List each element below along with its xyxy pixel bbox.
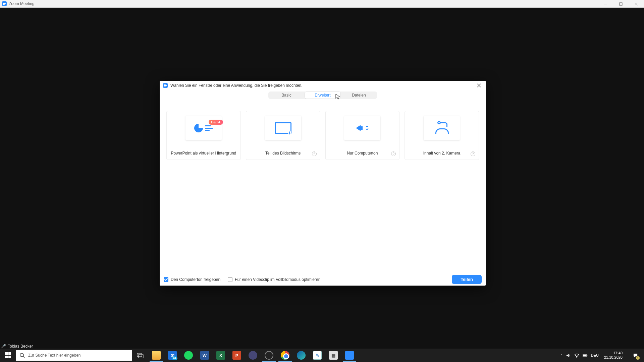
card-label: PowerPoint als virtueller Hintergrund <box>167 151 240 156</box>
battery-icon[interactable] <box>583 353 588 358</box>
beta-badge: BETA <box>209 120 223 125</box>
taskbar-app-file-explorer[interactable] <box>148 349 164 362</box>
clock-time: 17:40 <box>604 351 623 355</box>
teams-icon <box>249 351 257 360</box>
tab-files[interactable]: Dateien <box>341 92 377 99</box>
word-icon: W <box>200 351 209 360</box>
card-label: Inhalt von 2. Kamera <box>405 151 479 156</box>
taskbar-app-mail[interactable]: ✉69 <box>164 349 180 362</box>
taskbar-app-powerpoint[interactable]: P <box>229 349 245 362</box>
app-titlebar: Zoom Meeting <box>0 0 644 8</box>
dialog-footer: Den Computerton freigeben Für einen Vide… <box>160 273 486 286</box>
svg-rect-6 <box>137 353 142 357</box>
speaker-icon <box>356 125 369 131</box>
search-placeholder: Zur Suche Text hier eingeben <box>28 353 81 358</box>
svg-rect-0 <box>620 3 622 5</box>
taskbar-app-zoom[interactable] <box>341 349 358 362</box>
card-label: Teil des Bildschirms <box>246 151 320 156</box>
zoom-icon <box>2 1 7 6</box>
tab-basic[interactable]: Basic <box>268 92 305 99</box>
tab-advanced[interactable]: Erweitert <box>305 92 341 99</box>
window-close-button[interactable] <box>629 0 644 8</box>
card-powerpoint-virtual-bg[interactable]: BETA PowerPoint als virtueller Hintergru… <box>166 111 241 160</box>
share-option-cards: BETA PowerPoint als virtueller Hintergru… <box>160 99 486 160</box>
taskbar-app-word[interactable]: W <box>197 349 213 362</box>
card-thumb: BETA <box>185 116 222 140</box>
start-button[interactable] <box>0 349 16 362</box>
zoom-icon <box>163 83 168 88</box>
card-second-camera[interactable]: Inhalt von 2. Kamera ? <box>405 111 479 160</box>
svg-point-5 <box>20 353 23 357</box>
meeting-stage: 🎤 Tobias Becker Wählen Sie ein Fenster o… <box>0 8 644 349</box>
checkbox-icon <box>164 277 168 282</box>
document-camera-icon <box>433 122 450 134</box>
svg-rect-10 <box>587 355 587 356</box>
zoom-icon <box>345 351 354 360</box>
search-icon <box>19 353 25 358</box>
taskbar-app-spotify[interactable] <box>180 349 197 362</box>
task-view-button[interactable] <box>132 349 148 362</box>
dialog-title: Wählen Sie ein Fenster oder eine Anwendu… <box>170 83 303 88</box>
app-title: Zoom Meeting <box>9 1 35 6</box>
card-screen-portion[interactable]: Teil des Bildschirms ? <box>246 111 320 160</box>
taskbar-app-obs[interactable] <box>261 349 277 362</box>
action-center-button[interactable]: 1 <box>628 349 643 362</box>
mic-muted-icon: 🎤 <box>1 344 6 349</box>
checkbox-share-computer-sound[interactable]: Den Computerton freigeben <box>164 277 220 282</box>
svg-point-8 <box>576 357 577 358</box>
volume-icon[interactable] <box>566 353 571 358</box>
notepad-icon: ✎ <box>313 351 322 360</box>
svg-rect-2 <box>8 352 11 355</box>
help-icon[interactable]: ? <box>471 152 475 156</box>
screen-portion-icon <box>275 122 291 134</box>
taskbar-pinned-apps: ✉69 W X P ✎ ▦ <box>148 349 358 362</box>
window-minimize-button[interactable] <box>598 0 613 8</box>
taskbar-app-calculator[interactable]: ▦ <box>325 349 341 362</box>
taskbar-app-notepad[interactable]: ✎ <box>309 349 325 362</box>
taskbar-app-excel[interactable]: X <box>213 349 229 362</box>
card-thumb <box>424 116 460 140</box>
card-thumb <box>265 116 301 140</box>
clock-date: 21.10.2020 <box>604 355 623 360</box>
powerpoint-slide-icon: BETA <box>194 124 213 132</box>
share-button[interactable]: Teilen <box>452 275 482 284</box>
excel-icon: X <box>216 351 225 360</box>
mail-icon: ✉69 <box>168 351 177 360</box>
calculator-icon: ▦ <box>329 351 338 360</box>
dialog-tabs: Basic Erweitert Dateien <box>160 92 486 99</box>
language-indicator[interactable]: DEU <box>591 353 599 357</box>
dialog-header: Wählen Sie ein Fenster oder eine Anwendu… <box>160 81 486 90</box>
dialog-close-button[interactable] <box>476 82 482 89</box>
svg-rect-7 <box>139 355 143 358</box>
svg-rect-11 <box>583 355 586 356</box>
svg-rect-1 <box>5 352 8 355</box>
checkbox-label: Den Computerton freigeben <box>171 277 220 282</box>
notification-badge: 1 <box>636 356 640 360</box>
window-maximize-button[interactable] <box>613 0 629 8</box>
taskbar-search-input[interactable]: Zur Suche Text hier eingeben <box>16 350 132 361</box>
obs-icon <box>265 351 273 360</box>
system-tray: ˄ DEU 17:40 21.10.2020 1 <box>559 349 644 362</box>
edge-icon <box>297 351 306 360</box>
taskbar-app-teams[interactable] <box>245 349 261 362</box>
tray-overflow-button[interactable]: ˄ <box>561 354 562 357</box>
svg-rect-3 <box>5 356 8 358</box>
checkbox-icon <box>228 277 232 282</box>
windows-taskbar: Zur Suche Text hier eingeben ✉69 W X P ✎… <box>0 349 644 362</box>
share-screen-dialog: Wählen Sie ein Fenster oder eine Anwendu… <box>160 81 486 286</box>
card-label: Nur Computerton <box>326 151 399 156</box>
card-thumb <box>344 116 380 140</box>
wifi-icon[interactable] <box>574 353 579 358</box>
chrome-icon <box>281 351 289 360</box>
participant-name: Tobias Becker <box>8 344 33 349</box>
powerpoint-icon: P <box>232 351 241 360</box>
taskbar-app-chrome[interactable] <box>277 349 293 362</box>
card-computer-sound[interactable]: Nur Computerton ? <box>325 111 400 160</box>
file-explorer-icon <box>152 351 161 360</box>
checkbox-label: Für einen Videoclip im Vollbildmodus opt… <box>235 277 320 282</box>
taskbar-clock[interactable]: 17:40 21.10.2020 <box>602 351 625 360</box>
taskbar-app-edge[interactable] <box>293 349 309 362</box>
help-icon[interactable]: ? <box>312 152 317 156</box>
mail-badge: 69 <box>172 356 177 360</box>
checkbox-optimize-video-clip[interactable]: Für einen Videoclip im Vollbildmodus opt… <box>228 277 320 282</box>
